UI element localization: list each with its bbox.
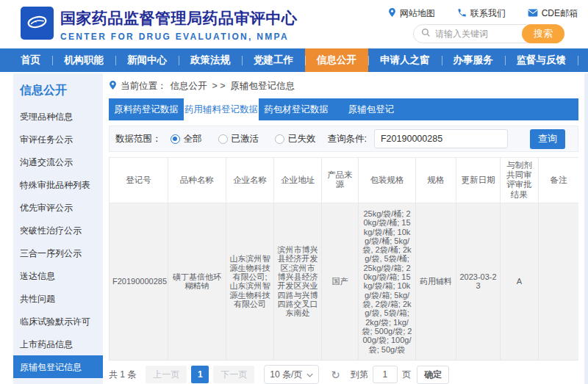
page-size-select[interactable]: 10 条/页 bbox=[264, 365, 319, 384]
sidebar-item-common-issues[interactable]: 共性问题 bbox=[13, 287, 103, 310]
tab-excipient-data[interactable]: 药用辅料登记数据 bbox=[184, 98, 259, 120]
col-product-source: 产品来源 bbox=[322, 158, 359, 203]
total-count: 共 1 条 bbox=[109, 369, 136, 381]
table-row: F20190000285 磺丁基倍他环糊精钠 山东滨州智源生物科技有限公司;山东… bbox=[110, 203, 579, 360]
nav-item-info-disclosure[interactable]: 信息公开 bbox=[305, 48, 368, 72]
col-variety-name: 品种名称 bbox=[168, 158, 226, 203]
col-packaging-spec: 包装规格 bbox=[359, 158, 416, 203]
scope-label: 数据范围： bbox=[115, 133, 162, 145]
envelope-icon bbox=[528, 9, 538, 19]
nav-item-applicant-window[interactable]: 申请人之窗 bbox=[368, 48, 442, 72]
site-subtitle: CENTER FOR DRUG EVALUATION, NMPA bbox=[60, 32, 298, 42]
cell-registration-no: F20190000285 bbox=[110, 203, 168, 360]
sidebar-item-three-in-one[interactable]: 三合一序列公示 bbox=[13, 242, 103, 264]
sidebar-item-accepted-varieties[interactable]: 受理品种信息 bbox=[13, 105, 103, 128]
col-company-address: 企业地址 bbox=[274, 158, 322, 203]
nav-item-registration-platform[interactable]: 登记备案平台 bbox=[578, 48, 588, 72]
prev-page-button[interactable]: 上一页 bbox=[146, 366, 187, 383]
nav-item-functions[interactable]: 机构职能 bbox=[52, 48, 115, 72]
search-button[interactable]: 搜索 bbox=[522, 24, 564, 43]
main-nav: 首页 机构职能 新闻中心 政策法规 党建工作 信息公开 申请人之窗 办事服务 监… bbox=[0, 48, 588, 72]
col-registration-no: 登记号 bbox=[110, 158, 168, 203]
page-number-1[interactable]: 1 bbox=[191, 366, 209, 383]
tab-packaging-data[interactable]: 药包材登记数据 bbox=[259, 98, 334, 120]
site-title: 国家药品监督管理局药品审评中心 bbox=[60, 8, 298, 29]
data-tabs: 原料药登记数据 药用辅料登记数据 药包材登记数据 原辅包登记 bbox=[109, 98, 578, 120]
cell-product-source: 国产 bbox=[322, 203, 359, 360]
tab-registration[interactable]: 原辅包登记 bbox=[334, 98, 409, 120]
chevron-down-icon bbox=[306, 369, 313, 380]
col-spec: 规格 bbox=[416, 158, 456, 203]
cell-remark bbox=[539, 203, 579, 360]
radio-activated[interactable]: 已激活 bbox=[218, 133, 259, 145]
breadcrumb-current: 原辅包登记信息 bbox=[231, 80, 295, 93]
nav-item-home[interactable]: 首页 bbox=[9, 48, 52, 72]
nav-item-news[interactable]: 新闻中心 bbox=[115, 48, 179, 72]
nav-item-supervision[interactable]: 监督与反馈 bbox=[505, 48, 578, 72]
results-table: 登记号 品种名称 企业名称 企业地址 产品来源 包装规格 规格 更新日期 与制剂… bbox=[109, 157, 578, 361]
sidebar-title: 信息公开 bbox=[13, 73, 103, 105]
cell-company-address: 滨州市博兴县经济开发区;滨州市博兴县经济开发区兴业四路与兴博四路交叉口东南处 bbox=[274, 203, 322, 360]
sidebar-item-excipient-registration[interactable]: 原辅包登记信息 bbox=[13, 355, 103, 378]
radio-expired[interactable]: 已失效 bbox=[275, 133, 316, 145]
phone-icon bbox=[457, 8, 467, 20]
breadcrumb: 当前位置： 信息公开 > > 原辅包登记信息 bbox=[109, 78, 578, 94]
cell-spec: 药用辅料 bbox=[416, 203, 456, 360]
sitemap-link[interactable]: 网站地图 bbox=[388, 7, 435, 20]
site-header: 国家药品监督管理局药品审评中心 CENTER FOR DRUG EVALUATI… bbox=[0, 0, 588, 48]
goto-unit: 页 bbox=[402, 369, 411, 381]
sidebar-item-breakthrough-therapy[interactable]: 突破性治疗公示 bbox=[13, 219, 103, 242]
col-joint-review-result: 与制剂共同审评审批结果 bbox=[501, 158, 539, 203]
sidebar-item-review-tasks[interactable]: 审评任务公示 bbox=[13, 128, 103, 151]
sidebar-item-delivery-info[interactable]: 送达信息 bbox=[13, 264, 103, 287]
cell-packaging-spec: 25kg/袋/桶; 20kg/袋/桶; 15kg/袋/桶; 10kg/袋/桶; … bbox=[359, 203, 416, 360]
filter-bar: 数据范围： 全部 已激活 已失效 查询条件: 查询 bbox=[109, 126, 578, 152]
confirm-button[interactable]: 确定 bbox=[417, 366, 449, 384]
refresh-icon[interactable]: ↻ bbox=[331, 369, 340, 380]
sidebar-item-clinical-trial-license[interactable]: 临床试验默示许可 bbox=[13, 310, 103, 333]
breadcrumb-pin-icon bbox=[109, 80, 117, 93]
goto-page-input[interactable] bbox=[373, 366, 398, 383]
radio-all-icon[interactable] bbox=[171, 134, 180, 144]
nav-item-policies[interactable]: 政策法规 bbox=[179, 48, 242, 72]
sidebar-item-priority-review[interactable]: 优先审评公示 bbox=[13, 196, 103, 219]
main-content: 当前位置： 信息公开 > > 原辅包登记信息 原料药登记数据 药用辅料登记数据 … bbox=[109, 78, 578, 363]
quick-links: 网站地图 联系我们 CDE邮箱 bbox=[388, 7, 578, 20]
breadcrumb-section[interactable]: 信息公开 bbox=[171, 80, 207, 93]
nav-item-services[interactable]: 办事服务 bbox=[442, 48, 505, 72]
query-label: 查询条件: bbox=[328, 133, 367, 145]
query-input[interactable] bbox=[374, 129, 508, 148]
radio-all[interactable]: 全部 bbox=[171, 133, 202, 145]
breadcrumb-prefix: 当前位置： bbox=[121, 80, 167, 93]
col-update-date: 更新日期 bbox=[456, 158, 501, 203]
search-icon bbox=[421, 27, 431, 40]
sidebar-item-communication[interactable]: 沟通交流公示 bbox=[13, 151, 103, 173]
results-table-wrap: 登记号 品种名称 企业名称 企业地址 产品来源 包装规格 规格 更新日期 与制剂… bbox=[109, 157, 578, 363]
col-remark: 备注 bbox=[539, 158, 579, 203]
cell-variety-name: 磺丁基倍他环糊精钠 bbox=[168, 203, 226, 360]
next-page-button[interactable]: 下一页 bbox=[213, 366, 254, 383]
page-right-strip bbox=[584, 73, 588, 384]
mailbox-link[interactable]: CDE邮箱 bbox=[528, 7, 578, 20]
sidebar-item-marketed-drugs[interactable]: 上市药品信息 bbox=[13, 333, 103, 355]
tab-api-data[interactable]: 原料药登记数据 bbox=[109, 98, 184, 120]
goto-label: 到第 bbox=[351, 369, 368, 381]
sidebar-item-special-approval[interactable]: 特殊审批品种列表 bbox=[13, 173, 103, 196]
site-search: 搜索 bbox=[413, 24, 564, 43]
cde-logo bbox=[21, 7, 54, 40]
sidebar: 信息公开 受理品种信息 审评任务公示 沟通交流公示 特殊审批品种列表 优先审评公… bbox=[13, 73, 103, 384]
col-company-name: 企业名称 bbox=[226, 158, 274, 203]
radio-expired-icon[interactable] bbox=[275, 134, 284, 144]
cde-swoosh-icon bbox=[24, 10, 51, 37]
cell-update-date: 2023-03-23 bbox=[456, 203, 501, 360]
contact-link[interactable]: 联系我们 bbox=[457, 7, 506, 20]
breadcrumb-separator: > > bbox=[212, 81, 226, 91]
radio-activated-icon[interactable] bbox=[218, 134, 228, 144]
cell-company-name: 山东滨州智源生物科技有限公司;山东滨州智源生物科技有限公司 bbox=[226, 203, 274, 360]
query-button[interactable]: 查询 bbox=[530, 129, 565, 149]
location-pin-icon bbox=[388, 7, 396, 20]
table-header-row: 登记号 品种名称 企业名称 企业地址 产品来源 包装规格 规格 更新日期 与制剂… bbox=[110, 158, 579, 203]
pagination: 共 1 条 上一页 1 下一页 10 条/页 ↻ 到第 页 确定 bbox=[109, 365, 449, 384]
nav-item-party[interactable]: 党建工作 bbox=[242, 48, 305, 72]
cell-joint-review-result: A bbox=[501, 203, 539, 360]
